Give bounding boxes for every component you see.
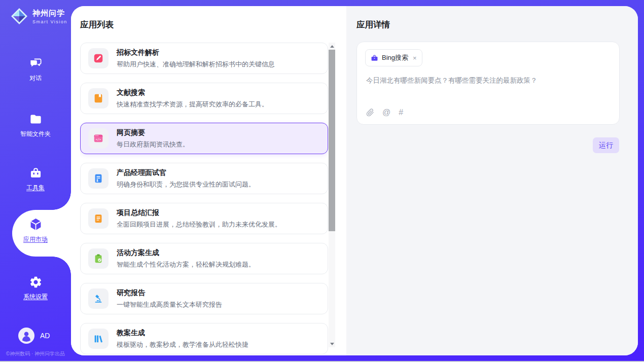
app-detail-panel: 应用详情 Bing搜索 × 今日湖北有哪些新闻要点？有哪些需要关注的最新政策？ [346, 6, 638, 355]
cube-icon [28, 217, 43, 232]
run-button[interactable]: 运行 [593, 137, 619, 153]
app-list: 招标文件解析 帮助用户快速、准确地理解和解析招标书中的关键信息 文献搜索 快速精… [80, 43, 328, 355]
sidebar-item-toolset[interactable]: 工具集 [0, 166, 71, 192]
brand-name: 神州问学 [32, 9, 67, 18]
app-card-project-report[interactable]: 项目总结汇报 全面回顾项目进展，总结经验教训，助力未来优化发展。 [80, 203, 328, 234]
app-description: 快速精准查找学术资源，提高研究效率的必备工具。 [117, 100, 268, 109]
sidebar: 神州问学 Smart Vision 对话 智能文件夹 [0, 0, 71, 362]
sidebar-item-chat[interactable]: 对话 [0, 57, 71, 83]
scrollbar-down-arrow-icon[interactable] [329, 340, 335, 347]
brand-subtitle: Smart Vision [32, 19, 67, 24]
lesson-plan-icon [88, 329, 109, 349]
brand-diamond-icon [10, 7, 28, 25]
tool-tag-bing-search: Bing搜索 × [365, 49, 422, 66]
tender-document-icon [88, 48, 109, 68]
list-scrollbar[interactable] [329, 43, 335, 347]
app-description: 一键智能生成高质量长文本研究报告 [117, 300, 222, 309]
app-list-panel: 应用列表 招标文件解析 帮助用户快速、准确地理解和解析招标书中的关键信息 [71, 6, 346, 355]
mention-icon[interactable]: @ [382, 108, 390, 117]
app-list-title: 应用列表 [80, 19, 114, 30]
app-card-web-summary[interactable]: </> 网页摘要 每日政府新闻资讯快查。 [80, 123, 328, 154]
app-card-literature-search[interactable]: 文献搜索 快速精准查找学术资源，提高研究效率的必备工具。 [80, 83, 328, 114]
app-description: 智能生成个性化活动方案，轻松解决规划难题。 [117, 260, 255, 269]
sidebar-item-label: 应用市场 [23, 235, 48, 244]
sidebar-item-label: 对话 [29, 74, 42, 83]
project-report-icon [88, 208, 109, 229]
app-card-pm-interviewer[interactable]: 产品经理面试官 明确身份和职责，为您提供专业性的面试问题。 [80, 163, 328, 194]
app-title: 研究报告 [117, 288, 222, 298]
sidebar-item-label: 系统设置 [23, 293, 48, 301]
chat-icon [29, 57, 43, 70]
app-description: 每日政府新闻资讯快查。 [117, 140, 189, 149]
tool-tag-label: Bing搜索 [382, 53, 408, 62]
app-description: 模板驱动，教案秒成，教学准备从此轻松快捷 [117, 340, 248, 349]
user-account-chip[interactable]: AD [18, 328, 50, 344]
app-window: 神州问学 Smart Vision 对话 智能文件夹 [0, 0, 644, 362]
app-card-research-report[interactable]: 研究报告 一键智能生成高质量长文本研究报告 [80, 283, 328, 314]
app-card-lesson-plan[interactable]: 教案生成 模板驱动，教案秒成，教学准备从此轻松快捷 [80, 323, 328, 354]
app-title: 项目总结汇报 [117, 208, 281, 218]
toolbox-icon [29, 166, 43, 180]
app-title: 教案生成 [117, 329, 248, 338]
sidebar-item-label: 工具集 [26, 184, 45, 192]
literature-search-icon [88, 88, 109, 108]
app-description: 明确身份和职责，为您提供专业性的面试问题。 [117, 180, 255, 189]
hash-icon[interactable]: # [399, 108, 403, 117]
composer-toolbar: @ # [366, 108, 403, 117]
brand-logo: 神州问学 Smart Vision [10, 7, 67, 25]
sidebar-item-settings[interactable]: 系统设置 [0, 275, 71, 301]
folder-icon [29, 113, 43, 126]
avatar-icon [18, 328, 34, 344]
app-title: 产品经理面试官 [117, 168, 255, 177]
attachment-icon[interactable] [366, 108, 374, 117]
web-summary-icon: </> [88, 128, 109, 149]
app-title: 招标文件解析 [117, 48, 275, 57]
activity-plan-icon [88, 248, 109, 269]
app-description: 帮助用户快速、准确地理解和解析招标书中的关键信息 [117, 60, 275, 69]
app-title: 活动方案生成 [117, 248, 255, 258]
sidebar-item-smart-folder[interactable]: 智能文件夹 [0, 113, 71, 138]
footer-credit: ©神州数码 · 神州问学出品 [0, 350, 71, 357]
query-composer-card: Bing搜索 × 今日湖北有哪些新闻要点？有哪些需要关注的最新政策？ @ # [356, 42, 620, 125]
research-report-icon [88, 288, 109, 309]
query-input[interactable]: 今日湖北有哪些新闻要点？有哪些需要关注的最新政策？ [366, 76, 599, 86]
app-card-activity-plan[interactable]: 活动方案生成 智能生成个性化活动方案，轻松解决规划难题。 [80, 243, 328, 274]
scrollbar-thumb[interactable] [329, 50, 335, 231]
pm-interviewer-icon [88, 168, 109, 189]
main-content-card: 应用列表 招标文件解析 帮助用户快速、准确地理解和解析招标书中的关键信息 [71, 6, 638, 355]
tag-close-icon[interactable]: × [413, 55, 417, 61]
app-card-tender-analysis[interactable]: 招标文件解析 帮助用户快速、准确地理解和解析招标书中的关键信息 [80, 43, 328, 74]
app-title: 网页摘要 [117, 128, 189, 137]
gear-icon [29, 275, 43, 289]
sidebar-item-label: 智能文件夹 [20, 130, 51, 138]
sidebar-item-app-market[interactable]: 应用市场 [0, 217, 71, 244]
app-description: 全面回顾项目进展，总结经验教训，助力未来优化发展。 [117, 220, 281, 229]
app-title: 文献搜索 [117, 88, 268, 97]
svg-text:</>: </> [96, 137, 101, 141]
briefcase-icon [371, 54, 378, 62]
app-detail-title: 应用详情 [356, 19, 390, 30]
scrollbar-up-arrow-icon[interactable] [329, 43, 335, 50]
user-initials: AD [40, 332, 50, 340]
